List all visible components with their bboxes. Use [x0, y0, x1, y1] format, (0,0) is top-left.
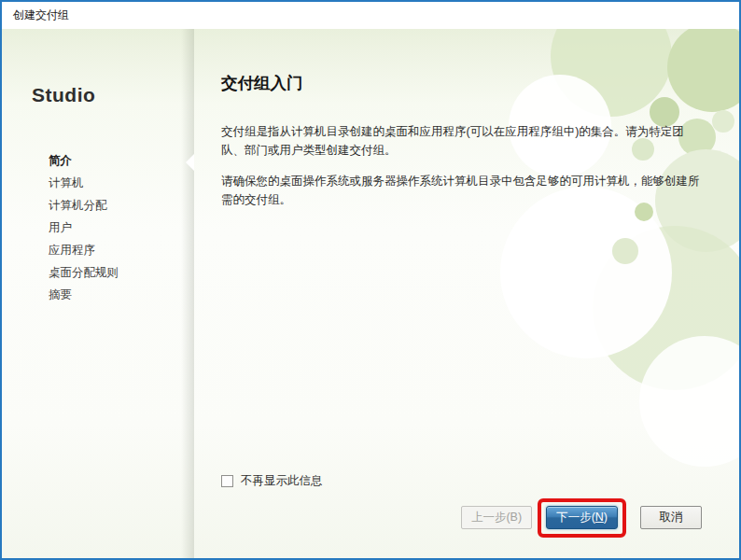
studio-logo: Studio [32, 84, 194, 106]
next-button[interactable]: 下一步(N) [546, 506, 618, 529]
step-summary[interactable]: 摘要 [32, 285, 194, 307]
dont-show-again-checkbox[interactable] [221, 475, 233, 487]
window-title: 创建交付组 [13, 7, 69, 23]
wizard-body: Studio 简介 计算机 计算机分配 用户 应用程序 桌面分配规则 摘要 交付… [2, 29, 739, 558]
step-machines[interactable]: 计算机 [32, 173, 194, 195]
step-desktop-assignment-rules[interactable]: 桌面分配规则 [32, 262, 194, 285]
wizard-content: 交付组入门 交付组是指从计算机目录创建的桌面和应用程序(可以在应用程序组中)的集… [194, 29, 739, 558]
create-delivery-group-dialog: 创建交付组 Studio 简介 计算机 计算机分配 用户 应用程序 桌面分配规则… [0, 0, 741, 560]
step-users[interactable]: 用户 [32, 217, 194, 240]
page-title: 交付组入门 [221, 72, 702, 94]
back-button[interactable]: 上一步(B) [461, 506, 532, 529]
wizard-sidebar: Studio 简介 计算机 计算机分配 用户 应用程序 桌面分配规则 摘要 [2, 29, 194, 558]
step-applications[interactable]: 应用程序 [32, 240, 194, 262]
next-button-wrapper: 下一步(N) [546, 506, 618, 529]
dont-show-again-label[interactable]: 不再显示此信息 [241, 473, 323, 489]
intro-paragraph-2: 请确保您的桌面操作系统或服务器操作系统计算机目录中包含足够的可用计算机，能够创建… [221, 172, 702, 209]
cancel-button[interactable]: 取消 [640, 506, 702, 529]
step-machine-allocation[interactable]: 计算机分配 [32, 195, 194, 217]
active-step-arrow [186, 154, 194, 171]
wizard-steps: 简介 计算机 计算机分配 用户 应用程序 桌面分配规则 摘要 [32, 150, 194, 307]
button-row: 上一步(B) 下一步(N) 取消 [221, 505, 702, 529]
step-introduction[interactable]: 简介 [32, 150, 194, 173]
titlebar: 创建交付组 [2, 2, 739, 29]
intro-paragraph-1: 交付组是指从计算机目录创建的桌面和应用程序(可以在应用程序组中)的集合。请为特定… [221, 122, 702, 160]
dont-show-row: 不再显示此信息 [221, 473, 702, 489]
